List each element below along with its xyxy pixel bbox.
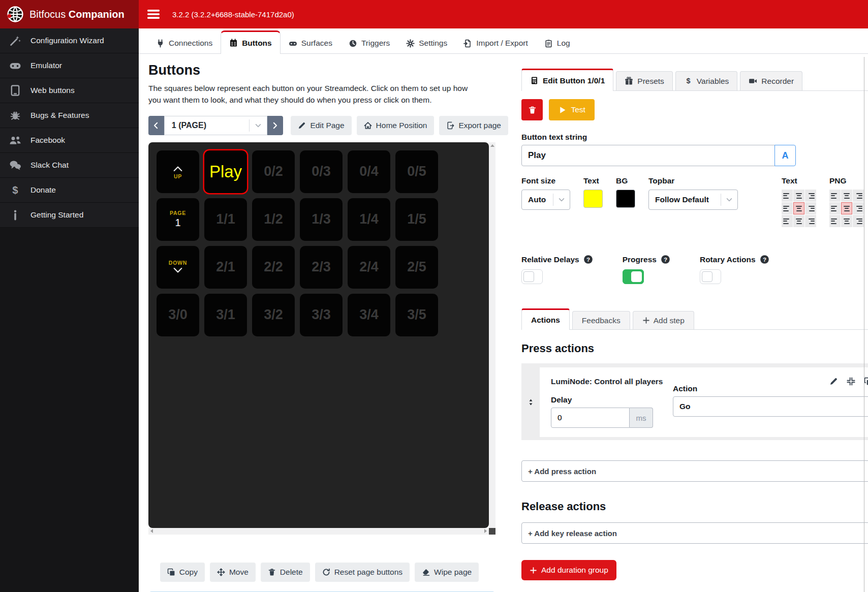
svg-text:?: ? bbox=[763, 256, 766, 263]
align-option[interactable] bbox=[805, 202, 816, 214]
align-option[interactable] bbox=[829, 215, 841, 227]
grid-key-down[interactable]: DOWN bbox=[157, 246, 199, 289]
grid-key[interactable]: 1/2 bbox=[252, 198, 295, 241]
tab-surfaces[interactable]: Surfaces bbox=[281, 33, 340, 53]
add-release-action-select[interactable]: + Add key release action bbox=[521, 522, 868, 544]
page-select[interactable]: 1 (PAGE) bbox=[164, 116, 267, 135]
grid-key[interactable]: 2/2 bbox=[252, 246, 295, 289]
grid-key[interactable]: 3/4 bbox=[348, 294, 390, 336]
align-option[interactable] bbox=[841, 215, 852, 227]
align-option[interactable] bbox=[782, 190, 793, 202]
align-option[interactable] bbox=[853, 202, 864, 214]
grid-vertical-scrollbar[interactable] bbox=[489, 142, 495, 528]
align-option[interactable] bbox=[805, 215, 816, 227]
bg-color-swatch[interactable] bbox=[616, 190, 635, 208]
tab-recorder[interactable]: Recorder bbox=[740, 71, 802, 90]
tab-add-step[interactable]: Add step bbox=[633, 311, 694, 329]
grid-key[interactable]: 2/1 bbox=[204, 246, 247, 289]
delay-input[interactable] bbox=[551, 408, 630, 428]
grid-key-page[interactable]: PAGE 1 bbox=[157, 198, 199, 241]
add-press-action-select[interactable]: + Add press action bbox=[521, 460, 868, 482]
align-option[interactable] bbox=[841, 190, 852, 202]
sidebar-item-bugs-features[interactable]: Bugs & Features bbox=[0, 103, 139, 128]
sidebar-item-donate[interactable]: $ Donate bbox=[0, 178, 139, 203]
hamburger-menu-icon[interactable] bbox=[146, 7, 161, 22]
test-button[interactable]: Test bbox=[549, 99, 594, 120]
help-icon[interactable]: ? bbox=[760, 255, 769, 264]
topbar-select[interactable]: Follow Default bbox=[648, 190, 738, 210]
grid-key-selected[interactable]: Play bbox=[204, 150, 247, 193]
sidebar-item-getting-started[interactable]: Getting Started bbox=[0, 203, 139, 228]
grid-key[interactable]: 1/1 bbox=[204, 198, 247, 241]
next-page-button[interactable] bbox=[267, 116, 283, 135]
button-text-input[interactable] bbox=[521, 145, 775, 166]
align-option[interactable] bbox=[853, 215, 864, 227]
grid-key[interactable]: 1/4 bbox=[348, 198, 390, 241]
dollar-icon: $ bbox=[684, 77, 693, 85]
align-option[interactable] bbox=[853, 190, 864, 202]
grid-key[interactable]: 0/2 bbox=[252, 150, 295, 193]
grid-horizontal-scrollbar[interactable] bbox=[148, 528, 489, 535]
grid-key[interactable]: 1/3 bbox=[300, 198, 343, 241]
delete-button-button[interactable] bbox=[521, 99, 543, 120]
tab-buttons[interactable]: Buttons bbox=[221, 30, 281, 54]
font-size-select[interactable]: Auto bbox=[521, 190, 570, 210]
tab-import-export[interactable]: Import / Export bbox=[455, 33, 536, 53]
add-duration-group-button[interactable]: Add duration group bbox=[521, 560, 616, 580]
align-option[interactable] bbox=[829, 202, 841, 214]
tab-settings[interactable]: Settings bbox=[398, 33, 455, 53]
align-option[interactable] bbox=[805, 190, 816, 202]
grid-key[interactable]: 3/1 bbox=[204, 294, 247, 336]
tab-actions[interactable]: Actions bbox=[521, 308, 570, 330]
align-option-selected[interactable] bbox=[841, 202, 852, 214]
tab-connections[interactable]: Connections bbox=[148, 33, 221, 53]
align-option[interactable] bbox=[829, 190, 841, 202]
relative-delays-toggle[interactable] bbox=[521, 269, 543, 284]
progress-toggle[interactable] bbox=[623, 269, 644, 284]
tab-variables[interactable]: $ Variables bbox=[675, 71, 737, 90]
grid-key[interactable]: 1/5 bbox=[395, 198, 438, 241]
grid-key[interactable]: 2/4 bbox=[348, 246, 390, 289]
grid-key[interactable]: 3/3 bbox=[300, 294, 343, 336]
sidebar-item-emulator[interactable]: Emulator bbox=[0, 53, 139, 78]
prev-page-button[interactable] bbox=[148, 116, 164, 135]
reset-page-buttons-button[interactable]: Reset page buttons bbox=[315, 563, 410, 582]
export-page-button[interactable]: Export page bbox=[439, 116, 508, 135]
grid-key[interactable]: 0/4 bbox=[348, 150, 390, 193]
grid-key[interactable]: 3/2 bbox=[252, 294, 295, 336]
align-option-selected[interactable] bbox=[793, 202, 804, 214]
rotary-actions-toggle[interactable] bbox=[700, 269, 721, 284]
grid-key[interactable]: 0/3 bbox=[300, 150, 343, 193]
home-position-button[interactable]: Home Position bbox=[357, 116, 435, 135]
tab-edit-button[interactable]: Edit Button 1/0/1 bbox=[521, 69, 613, 91]
help-icon[interactable]: ? bbox=[583, 255, 593, 264]
align-option[interactable] bbox=[782, 215, 793, 227]
expression-toggle-button[interactable]: A bbox=[774, 145, 796, 166]
copy-button[interactable]: Copy bbox=[160, 563, 205, 582]
move-button[interactable]: Move bbox=[210, 563, 256, 582]
sidebar-item-facebook[interactable]: Facebook bbox=[0, 128, 139, 153]
align-option[interactable] bbox=[793, 215, 804, 227]
drag-handle[interactable] bbox=[521, 367, 540, 437]
grid-key[interactable]: 2/3 bbox=[300, 246, 343, 289]
sidebar-item-slack-chat[interactable]: Slack Chat bbox=[0, 153, 139, 178]
grid-key[interactable]: 0/5 bbox=[395, 150, 438, 193]
grid-key[interactable]: 2/5 bbox=[395, 246, 438, 289]
tab-log[interactable]: Log bbox=[536, 33, 578, 53]
grid-key[interactable]: 3/0 bbox=[157, 294, 199, 336]
edit-page-button[interactable]: Edit Page bbox=[291, 116, 351, 135]
sidebar-item-configuration-wizard[interactable]: Configuration Wizard bbox=[0, 28, 139, 53]
grid-key-up[interactable]: UP bbox=[157, 150, 199, 193]
help-icon[interactable]: ? bbox=[661, 255, 670, 264]
wipe-page-button[interactable]: Wipe page bbox=[415, 563, 479, 582]
tab-feedbacks[interactable]: Feedbacks bbox=[572, 311, 630, 329]
align-option[interactable] bbox=[793, 190, 804, 202]
action-select[interactable]: Go bbox=[673, 396, 868, 417]
tab-presets[interactable]: Presets bbox=[616, 71, 673, 90]
sidebar-item-web-buttons[interactable]: Web buttons bbox=[0, 78, 139, 103]
text-color-swatch[interactable] bbox=[583, 190, 603, 208]
delete-button[interactable]: Delete bbox=[261, 563, 310, 582]
tab-triggers[interactable]: Triggers bbox=[340, 33, 398, 53]
align-option[interactable] bbox=[782, 202, 793, 214]
grid-key[interactable]: 3/5 bbox=[395, 294, 438, 336]
